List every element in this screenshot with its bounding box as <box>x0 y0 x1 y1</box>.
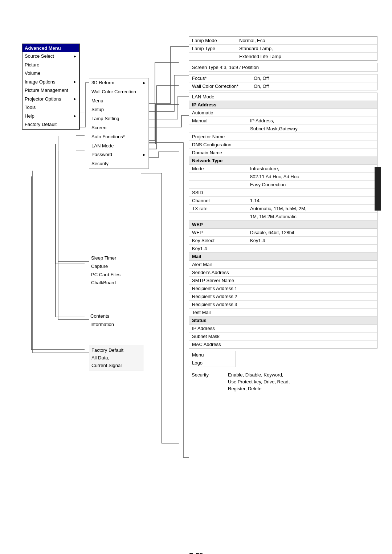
logo-row[interactable]: Logo <box>189 359 236 367</box>
menu-item-source-select[interactable]: Source Select ► <box>23 52 79 61</box>
projector-name-label: Projector Name <box>192 134 250 139</box>
wep-value: Disable, 64bit, 128bit <box>250 230 374 235</box>
factory-default-label: Factory Default <box>25 121 57 128</box>
status-section-title: Status <box>189 317 377 325</box>
subnet-value: Subnet Mask,Gateway <box>250 126 374 131</box>
sender-address-row: Sender's Address <box>189 269 377 277</box>
image-options-label: Image Options <box>25 78 56 86</box>
contents-label[interactable]: Contents <box>89 312 136 321</box>
recipient1-row: Recipient's Address 1 <box>189 285 377 293</box>
channel-value: 1-14 <box>250 198 374 203</box>
col2-item-password[interactable]: Password ► <box>89 150 148 159</box>
lan-header: LAN Mode <box>189 93 377 101</box>
col2-item-security[interactable]: Security <box>89 159 148 168</box>
subnet-mask-label: Subnet Mask <box>192 334 250 339</box>
menu-item-volume[interactable]: Volume <box>23 69 79 78</box>
recipient2-label: Recipient's Address 2 <box>192 294 250 299</box>
channel-label: Channel <box>192 198 250 203</box>
security-label: Security <box>91 160 109 168</box>
col2-item-wall-color[interactable]: Wall Color Correction <box>89 87 148 97</box>
menu-row[interactable]: Menu <box>189 351 236 359</box>
easy-connection-row: Easy Connection <box>189 181 377 189</box>
col2-item-3d-reform[interactable]: 3D Reform ► <box>89 78 148 87</box>
lamp-type-row2: Extended Life Lamp <box>189 53 377 60</box>
wep-label: WEP <box>192 230 250 235</box>
tools-item-sleep-timer[interactable]: Sleep Timer <box>89 254 149 262</box>
menu-item-help[interactable]: Help ► <box>23 112 79 121</box>
recipient3-label: Recipient's Address 3 <box>192 302 250 307</box>
network-type-section-title: Network Type <box>189 157 377 165</box>
password-arrow: ► <box>142 152 146 158</box>
screen-type-text: Screen Type 4:3, 16:9 / Position <box>192 65 259 70</box>
security-row: Security Enable, Disable, Keyword, <box>189 371 377 378</box>
menu-item-tools[interactable]: Tools <box>23 103 79 112</box>
lan-automatic-row: Automatic <box>189 109 377 117</box>
tools-item-chalkboard[interactable]: ChalkBoard <box>89 279 149 287</box>
lamp-mode-row: Lamp Mode Normal, Eco <box>189 37 377 45</box>
mode-label: Mode <box>192 166 250 171</box>
recipient3-row: Recipient's Address 3 <box>189 301 377 309</box>
menu-item-image-options[interactable]: Image Options ► <box>23 78 79 86</box>
col2-item-setup[interactable]: Setup <box>89 105 148 114</box>
col2-item-lamp-setting[interactable]: Lamp Setting <box>89 114 148 123</box>
col2-item-menu[interactable]: Menu <box>89 97 148 106</box>
menu-item-picture-management[interactable]: Picture Management <box>23 86 79 95</box>
easy-connection-value: Easy Connection <box>250 182 374 187</box>
status-ip-label: IP Address <box>192 326 250 331</box>
volume-label: Volume <box>25 70 40 77</box>
domain-name-row: Domain Name <box>189 149 377 157</box>
menu-item-factory-default[interactable]: Factory Default <box>23 120 79 129</box>
page-number: E-35 <box>11 545 381 554</box>
page-wrapper: Advanced Menu Source Select ► Picture Vo… <box>0 0 392 554</box>
right-panel: Lamp Mode Normal, Eco Lamp Type Standard… <box>189 36 377 394</box>
sender-address-label: Sender's Address <box>192 270 250 275</box>
lan-manual-row: Manual IP Address, <box>189 117 377 125</box>
tools-item-capture[interactable]: Capture <box>89 262 149 271</box>
tx-rate-label: TX rate <box>192 206 250 211</box>
tools-item-pc-card[interactable]: PC Card Files <box>89 271 149 279</box>
right-sidebar-bar <box>375 167 381 211</box>
ssid-row: SSID <box>189 189 377 197</box>
setup-label: Setup <box>91 106 104 114</box>
screen-type-box: Screen Type 4:3, 16:9 / Position <box>189 63 377 72</box>
lan-box: LAN Mode IP Address Automatic Manual IP … <box>189 93 377 349</box>
lamp-type-value: Standard Lamp, <box>239 46 374 51</box>
lamp-setting-label: Lamp Setting <box>91 115 119 123</box>
lamp-mode-label: Lamp Mode <box>192 38 239 43</box>
lamp-box: Lamp Mode Normal, Eco Lamp Type Standard… <box>189 36 377 61</box>
security-value3: Register, Delete <box>228 386 375 391</box>
alert-mail-row: Alert Mail <box>189 261 377 269</box>
col2-item-auto-functions[interactable]: Auto Functions* <box>89 133 148 142</box>
lamp-type-label2 <box>192 54 239 59</box>
help-arrow: ► <box>73 113 77 119</box>
factory-default-item3: Current Signal <box>91 362 141 370</box>
svg-line-2 <box>76 144 85 255</box>
focus-value: On, Off <box>254 76 374 81</box>
picture-management-label: Picture Management <box>25 87 68 94</box>
alert-mail-label: Alert Mail <box>192 262 250 267</box>
focus-box: Focus* On, Off Wall Color Correction* On… <box>189 74 377 90</box>
picture-label: Picture <box>25 61 39 69</box>
menu-item-projector-options[interactable]: Projector Options ► <box>23 95 79 103</box>
wall-color-corr-value: On, Off <box>254 83 374 89</box>
col2-item-screen[interactable]: Screen <box>89 123 148 133</box>
security-box: Security Enable, Disable, Keyword, Use P… <box>189 371 377 392</box>
wall-color-label: Wall Color Correction <box>91 88 136 96</box>
manual-value: IP Address, <box>250 118 374 123</box>
3d-reform-label: 3D Reform <box>91 79 114 87</box>
smtp-row: SMTP Server Name <box>189 277 377 285</box>
factory-default-item1[interactable]: Factory Default <box>91 347 141 354</box>
recipient1-label: Recipient's Address 1 <box>192 286 250 291</box>
menu-item-picture[interactable]: Picture <box>23 61 79 69</box>
test-mail-row: Test Mail <box>189 309 377 317</box>
projector-name-row: Projector Name <box>189 133 377 141</box>
smtp-label: SMTP Server Name <box>192 278 250 283</box>
key1-4-label: Key1-4 <box>192 246 250 251</box>
focus-row: Focus* On, Off <box>189 74 377 82</box>
information-label[interactable]: Information <box>89 321 136 329</box>
mode-value: Infrastructure, <box>250 166 374 171</box>
col2-item-lan-mode[interactable]: LAN Mode <box>89 142 148 151</box>
help-label: Help <box>25 113 34 120</box>
security-row3: Register, Delete <box>189 385 377 392</box>
advanced-menu-box: Advanced Menu Source Select ► Picture Vo… <box>22 44 80 130</box>
